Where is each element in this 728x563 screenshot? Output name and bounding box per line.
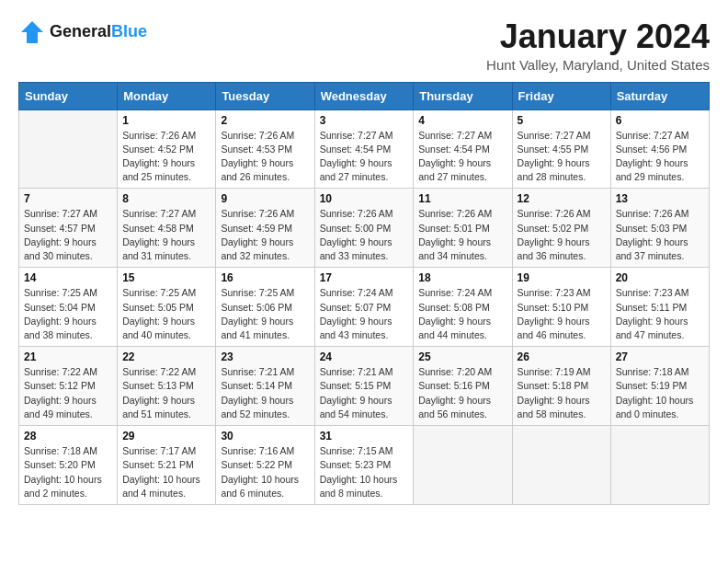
day-info: Sunrise: 7:18 AMSunset: 5:20 PMDaylight:… [24, 444, 112, 500]
weekday-header: Thursday [414, 82, 512, 109]
day-info: Sunrise: 7:21 AMSunset: 5:14 PMDaylight:… [221, 365, 309, 421]
calendar-cell: 21Sunrise: 7:22 AMSunset: 5:12 PMDayligh… [19, 347, 118, 426]
day-info: Sunrise: 7:26 AMSunset: 4:59 PMDaylight:… [221, 207, 309, 263]
day-info: Sunrise: 7:15 AMSunset: 5:23 PMDaylight:… [320, 444, 409, 500]
day-info: Sunrise: 7:27 AMSunset: 4:58 PMDaylight:… [122, 207, 210, 263]
day-number: 20 [616, 271, 704, 284]
day-info: Sunrise: 7:26 AMSunset: 5:02 PMDaylight:… [518, 207, 606, 263]
day-number: 28 [24, 430, 112, 442]
calendar-cell [610, 426, 709, 505]
day-number: 13 [616, 192, 704, 205]
calendar-cell [414, 426, 512, 505]
weekday-header: Wednesday [314, 82, 414, 109]
calendar-cell: 7Sunrise: 7:27 AMSunset: 4:57 PMDaylight… [19, 189, 118, 268]
calendar-cell [19, 109, 118, 189]
day-number: 4 [418, 114, 506, 127]
calendar-cell [512, 426, 610, 505]
day-info: Sunrise: 7:25 AMSunset: 5:04 PMDaylight:… [24, 286, 112, 342]
day-number: 2 [221, 114, 309, 127]
day-info: Sunrise: 7:23 AMSunset: 5:10 PMDaylight:… [518, 286, 606, 342]
day-number: 26 [518, 350, 606, 363]
day-number: 5 [518, 114, 606, 127]
calendar-cell: 16Sunrise: 7:25 AMSunset: 5:06 PMDayligh… [216, 268, 314, 347]
calendar-cell: 2Sunrise: 7:26 AMSunset: 4:53 PMDaylight… [216, 109, 314, 189]
calendar-cell: 6Sunrise: 7:27 AMSunset: 4:56 PMDaylight… [610, 109, 709, 189]
day-info: Sunrise: 7:26 AMSunset: 5:03 PMDaylight:… [616, 207, 704, 263]
day-info: Sunrise: 7:25 AMSunset: 5:06 PMDaylight:… [221, 286, 309, 342]
day-number: 1 [122, 114, 210, 127]
day-info: Sunrise: 7:27 AMSunset: 4:54 PMDaylight:… [320, 129, 409, 185]
day-number: 24 [320, 350, 409, 363]
calendar-cell: 23Sunrise: 7:21 AMSunset: 5:14 PMDayligh… [216, 347, 314, 426]
logo-icon [18, 18, 46, 46]
calendar-cell: 19Sunrise: 7:23 AMSunset: 5:10 PMDayligh… [512, 268, 610, 347]
calendar-cell: 28Sunrise: 7:18 AMSunset: 5:20 PMDayligh… [19, 426, 118, 505]
calendar-cell: 30Sunrise: 7:16 AMSunset: 5:22 PMDayligh… [216, 426, 314, 505]
calendar-cell: 5Sunrise: 7:27 AMSunset: 4:55 PMDaylight… [512, 109, 610, 189]
day-number: 9 [221, 192, 309, 205]
page-header: GeneralBlue January 2024 Hunt Valley, Ma… [18, 18, 710, 73]
weekday-header: Friday [512, 82, 610, 109]
day-info: Sunrise: 7:27 AMSunset: 4:55 PMDaylight:… [518, 129, 606, 185]
day-info: Sunrise: 7:21 AMSunset: 5:15 PMDaylight:… [320, 365, 409, 421]
logo-text: GeneralBlue [50, 23, 147, 41]
calendar-cell: 10Sunrise: 7:26 AMSunset: 5:00 PMDayligh… [314, 189, 414, 268]
calendar-cell: 13Sunrise: 7:26 AMSunset: 5:03 PMDayligh… [610, 189, 709, 268]
day-number: 6 [616, 114, 704, 127]
calendar-cell: 1Sunrise: 7:26 AMSunset: 4:52 PMDaylight… [118, 109, 216, 189]
day-info: Sunrise: 7:22 AMSunset: 5:13 PMDaylight:… [122, 365, 210, 421]
calendar-table: SundayMondayTuesdayWednesdayThursdayFrid… [18, 82, 710, 505]
day-info: Sunrise: 7:27 AMSunset: 4:54 PMDaylight:… [418, 129, 506, 185]
day-number: 16 [221, 271, 309, 284]
day-info: Sunrise: 7:22 AMSunset: 5:12 PMDaylight:… [24, 365, 112, 421]
day-number: 11 [418, 192, 506, 205]
day-number: 30 [221, 430, 309, 442]
calendar-cell: 8Sunrise: 7:27 AMSunset: 4:58 PMDaylight… [118, 189, 216, 268]
calendar-cell: 17Sunrise: 7:24 AMSunset: 5:07 PMDayligh… [314, 268, 414, 347]
day-number: 8 [122, 192, 210, 205]
calendar-cell: 14Sunrise: 7:25 AMSunset: 5:04 PMDayligh… [19, 268, 118, 347]
weekday-header: Monday [118, 82, 216, 109]
day-number: 21 [24, 350, 112, 363]
calendar-cell: 12Sunrise: 7:26 AMSunset: 5:02 PMDayligh… [512, 189, 610, 268]
day-info: Sunrise: 7:19 AMSunset: 5:18 PMDaylight:… [518, 365, 606, 421]
day-number: 27 [616, 350, 704, 363]
weekday-header: Tuesday [216, 82, 314, 109]
day-number: 29 [122, 430, 210, 442]
day-info: Sunrise: 7:24 AMSunset: 5:08 PMDaylight:… [418, 286, 506, 342]
svg-marker-0 [21, 21, 43, 43]
calendar-title: January 2024 [486, 18, 710, 55]
day-number: 17 [320, 271, 409, 284]
day-info: Sunrise: 7:23 AMSunset: 5:11 PMDaylight:… [616, 286, 704, 342]
title-block: January 2024 Hunt Valley, Maryland, Unit… [486, 18, 710, 73]
day-info: Sunrise: 7:26 AMSunset: 4:53 PMDaylight:… [221, 129, 309, 185]
day-info: Sunrise: 7:24 AMSunset: 5:07 PMDaylight:… [320, 286, 409, 342]
day-number: 18 [418, 271, 506, 284]
calendar-cell: 25Sunrise: 7:20 AMSunset: 5:16 PMDayligh… [414, 347, 512, 426]
day-info: Sunrise: 7:27 AMSunset: 4:57 PMDaylight:… [24, 207, 112, 263]
day-number: 23 [221, 350, 309, 363]
day-number: 22 [122, 350, 210, 363]
day-info: Sunrise: 7:26 AMSunset: 4:52 PMDaylight:… [122, 129, 210, 185]
calendar-cell: 9Sunrise: 7:26 AMSunset: 4:59 PMDaylight… [216, 189, 314, 268]
day-number: 7 [24, 192, 112, 205]
day-info: Sunrise: 7:16 AMSunset: 5:22 PMDaylight:… [221, 444, 309, 500]
calendar-cell: 15Sunrise: 7:25 AMSunset: 5:05 PMDayligh… [118, 268, 216, 347]
weekday-header: Sunday [19, 82, 118, 109]
calendar-cell: 24Sunrise: 7:21 AMSunset: 5:15 PMDayligh… [314, 347, 414, 426]
day-number: 19 [518, 271, 606, 284]
day-number: 31 [320, 430, 409, 442]
calendar-cell: 20Sunrise: 7:23 AMSunset: 5:11 PMDayligh… [610, 268, 709, 347]
calendar-cell: 29Sunrise: 7:17 AMSunset: 5:21 PMDayligh… [118, 426, 216, 505]
calendar-cell: 18Sunrise: 7:24 AMSunset: 5:08 PMDayligh… [414, 268, 512, 347]
day-info: Sunrise: 7:26 AMSunset: 5:00 PMDaylight:… [320, 207, 409, 263]
day-info: Sunrise: 7:26 AMSunset: 5:01 PMDaylight:… [418, 207, 506, 263]
day-number: 15 [122, 271, 210, 284]
calendar-cell: 11Sunrise: 7:26 AMSunset: 5:01 PMDayligh… [414, 189, 512, 268]
day-info: Sunrise: 7:27 AMSunset: 4:56 PMDaylight:… [616, 129, 704, 185]
day-number: 12 [518, 192, 606, 205]
day-info: Sunrise: 7:17 AMSunset: 5:21 PMDaylight:… [122, 444, 210, 500]
calendar-cell: 31Sunrise: 7:15 AMSunset: 5:23 PMDayligh… [314, 426, 414, 505]
calendar-subtitle: Hunt Valley, Maryland, United States [486, 57, 710, 73]
day-number: 10 [320, 192, 409, 205]
